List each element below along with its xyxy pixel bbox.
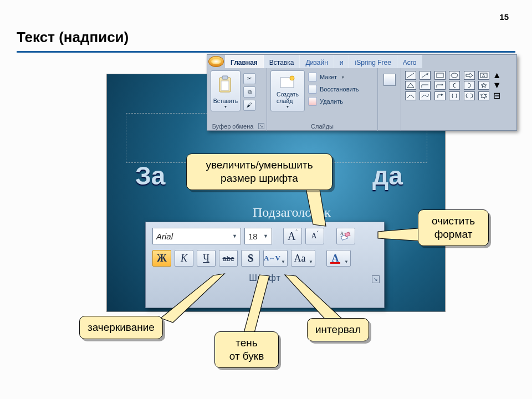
shape-brace-l[interactable] [449, 81, 460, 90]
callout-pointer [161, 274, 227, 324]
delete-label: Удалить [320, 98, 343, 105]
font-size-value: 18 [248, 232, 258, 241]
shape-connector[interactable] [405, 91, 416, 100]
dropdown-icon: ▼ [232, 233, 237, 239]
group-slides-label: Слайды [311, 123, 334, 130]
delete-icon [308, 97, 317, 106]
dropdown-icon: ▼ [281, 259, 285, 264]
shapes-more[interactable]: ⊟ [493, 91, 501, 100]
delete-button[interactable]: Удалить [307, 96, 360, 107]
svg-point-9 [451, 73, 458, 78]
clipboard-icon [218, 75, 233, 94]
group-clipboard: Вставить ▼ ✂ ⧉ 🖌 Буфер обмена↘ [207, 68, 267, 131]
svg-marker-24 [244, 275, 269, 335]
reset-label: Восстановить [320, 86, 359, 93]
shape-burst[interactable] [478, 91, 489, 100]
bold-button[interactable]: Ж [152, 250, 171, 267]
shape-elbow-arrow[interactable] [434, 81, 446, 90]
group-shapes: A ▲ ▼ [401, 68, 516, 131]
italic-button[interactable]: К [175, 250, 193, 267]
shape-elbow[interactable] [420, 81, 431, 90]
font-size-combo[interactable]: 18▼ [244, 228, 272, 244]
dialog-launcher-icon[interactable]: ↘ [258, 123, 264, 129]
title-underline [17, 51, 515, 53]
spacing-button[interactable]: A↔V▼ [263, 250, 288, 267]
shape-ellipse[interactable] [449, 71, 460, 80]
clear-format-button[interactable]: A [336, 228, 355, 244]
svg-text:A: A [482, 73, 485, 78]
shape-callout[interactable] [464, 91, 475, 100]
reset-button[interactable]: Восстановить [307, 84, 360, 95]
strike-button[interactable]: abc [219, 250, 238, 267]
callout-strike: зачеркивание [79, 316, 163, 339]
dropdown-icon: ▼ [341, 75, 345, 79]
dropdown-icon: ▼ [286, 105, 290, 109]
shape-text[interactable]: A [478, 71, 489, 80]
slide-title-left: За [135, 161, 165, 191]
new-slide-button[interactable]: Создать слайд ▼ [270, 70, 305, 111]
paste-label: Вставить [213, 98, 238, 104]
shape-curve[interactable] [420, 91, 431, 100]
copy-button[interactable]: ⧉ [243, 86, 255, 98]
font-family-value: Arial [156, 232, 173, 241]
shape-double-brace[interactable] [449, 91, 460, 100]
tab-extra[interactable]: и [334, 55, 350, 68]
dropdown-icon: ▼ [263, 233, 268, 239]
tab-acrobat[interactable]: Acro [397, 55, 422, 68]
svg-point-4 [290, 76, 294, 80]
svg-marker-10 [466, 73, 473, 78]
tab-ispring[interactable]: iSpring Free [349, 55, 397, 68]
svg-rect-1 [222, 76, 228, 79]
shapes-scroll-up[interactable]: ▲ [493, 71, 501, 80]
shapes-scroll-down[interactable]: ▼ [493, 81, 501, 90]
font-color-button[interactable]: A▼ [326, 250, 351, 267]
increase-font-button[interactable]: Aˆ [283, 228, 302, 244]
svg-marker-15 [481, 83, 487, 88]
reset-icon [308, 85, 317, 94]
office-button[interactable] [208, 56, 224, 67]
svg-marker-25 [285, 275, 341, 324]
cut-button[interactable]: ✂ [243, 73, 255, 84]
shape-brace-r[interactable] [464, 81, 475, 90]
shape-turn-arrow[interactable] [434, 91, 446, 100]
change-case-button[interactable]: Aa▼ [291, 250, 315, 267]
layout-icon [308, 73, 317, 81]
svg-text:A: A [340, 231, 344, 236]
new-slide-icon [279, 75, 296, 92]
svg-marker-16 [441, 94, 443, 96]
shape-star[interactable] [478, 81, 489, 90]
tab-insert[interactable]: Вставка [264, 55, 300, 68]
shape-block-arrow[interactable] [464, 71, 475, 80]
slide-title-right: да [372, 161, 403, 191]
page-number: 15 [499, 12, 509, 22]
svg-rect-2 [221, 81, 229, 90]
ribbon-tabs: Главная Вставка Дизайн и iSpring Free Ac… [207, 55, 516, 68]
ribbon-panel: Главная Вставка Дизайн и iSpring Free Ac… [207, 54, 517, 131]
dialog-launcher-icon[interactable]: ↘ [372, 275, 380, 283]
underline-button[interactable]: Ч [197, 250, 216, 267]
tab-home[interactable]: Главная [225, 55, 264, 68]
font-family-combo[interactable]: Arial▼ [152, 228, 241, 244]
group-clipboard-label: Буфер обмена [212, 123, 254, 130]
picture-icon[interactable] [383, 74, 396, 86]
callout-clear-format: очистить формат [418, 209, 489, 246]
format-painter-button[interactable]: 🖌 [243, 100, 255, 111]
shape-rect[interactable] [434, 71, 446, 80]
shape-arrow[interactable] [420, 71, 431, 80]
group-picture [378, 68, 401, 131]
shape-line[interactable] [405, 71, 416, 80]
callout-shadow: тень от букв [214, 331, 279, 368]
paste-button[interactable]: Вставить ▼ [211, 70, 241, 111]
callout-font-size: увеличить/уменьшить размер шрифта [186, 154, 332, 190]
svg-line-5 [407, 73, 414, 78]
page-title: Текст (надписи) [17, 29, 129, 46]
eraser-icon: A [340, 231, 351, 241]
tab-design[interactable]: Дизайн [300, 55, 334, 68]
shape-triangle[interactable] [405, 81, 416, 90]
decrease-font-button[interactable]: Aˇ [305, 228, 324, 244]
svg-rect-8 [437, 73, 443, 78]
dropdown-icon: ▼ [224, 105, 228, 109]
layout-button[interactable]: Макет▼ [307, 71, 360, 83]
callout-spacing: интервал [307, 318, 369, 341]
shadow-button[interactable]: S [241, 250, 260, 267]
